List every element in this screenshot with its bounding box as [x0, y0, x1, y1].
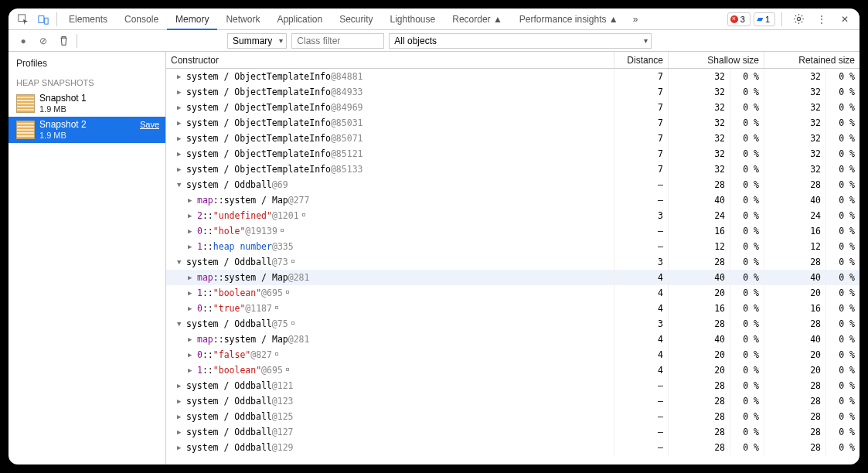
col-constructor[interactable]: Constructor: [166, 52, 614, 68]
table-row[interactable]: ▶system / ObjectTemplateInfo @85071 7 32…: [166, 131, 859, 146]
inspect-element-icon[interactable]: [13, 9, 33, 30]
expand-toggle-icon[interactable]: ▶: [177, 428, 185, 436]
object-link-icon: [275, 306, 278, 309]
cell-retained-pct: 0 %: [825, 162, 859, 177]
table-row[interactable]: ▶0 :: "true" @1187 4 16 0 % 16 0 %: [166, 301, 859, 316]
table-row[interactable]: ▶0 :: "hole" @19139 – 16 0 % 16 0 %: [166, 223, 859, 239]
table-row[interactable]: ▶map :: system / Map @281 4 40 0 % 40 0 …: [166, 332, 859, 347]
error-count-badge[interactable]: 3: [727, 12, 751, 26]
table-row[interactable]: ▶system / ObjectTemplateInfo @84933 7 32…: [166, 84, 859, 100]
expand-toggle-icon[interactable]: ▶: [188, 335, 196, 343]
col-shallow-size[interactable]: Shallow size: [668, 52, 764, 68]
message-count-badge[interactable]: ▰1: [754, 12, 775, 26]
cell-constructor: ▼system / Oddball @73: [166, 254, 614, 270]
snapshot-item[interactable]: Snapshot 2 1.9 MB Save: [9, 117, 165, 143]
expand-toggle-icon[interactable]: ▼: [177, 258, 185, 266]
tab-lighthouse[interactable]: Lighthouse: [382, 9, 444, 30]
tab-application[interactable]: Application: [268, 9, 331, 30]
table-row[interactable]: ▶1 :: heap number @335 – 12 0 % 12 0 %: [166, 239, 859, 254]
table-row[interactable]: ▶system / ObjectTemplateInfo @85133 7 32…: [166, 162, 859, 177]
expand-toggle-icon[interactable]: ▶: [188, 351, 196, 359]
tab-performance-insights-[interactable]: Performance insights ▲: [511, 9, 627, 30]
expand-toggle-icon[interactable]: ▶: [177, 444, 185, 451]
tab-elements[interactable]: Elements: [60, 9, 116, 30]
tab-console[interactable]: Console: [116, 9, 167, 30]
tab-recorder-[interactable]: Recorder ▲: [444, 9, 511, 30]
class-filter-input[interactable]: [291, 33, 384, 49]
cell-retained-size: 32: [764, 146, 825, 162]
filter-scope-select[interactable]: All objects: [389, 33, 652, 49]
expand-toggle-icon[interactable]: ▶: [188, 274, 196, 281]
table-row[interactable]: ▶system / Oddball @123 – 28 0 % 28 0 %: [166, 393, 859, 409]
expand-toggle-icon[interactable]: ▶: [188, 212, 196, 219]
expand-toggle-icon[interactable]: ▶: [177, 73, 185, 80]
cell-shallow-size: 28: [668, 409, 730, 424]
table-row[interactable]: ▶system / ObjectTemplateInfo @84881 7 32…: [166, 69, 859, 84]
table-row[interactable]: ▶system / ObjectTemplateInfo @85031 7 32…: [166, 115, 859, 131]
table-row[interactable]: ▶0 :: "false" @827 4 20 0 % 20 0 %: [166, 347, 859, 362]
expand-toggle-icon[interactable]: ▶: [177, 165, 185, 173]
record-icon[interactable]: ●: [13, 30, 33, 52]
tab-security[interactable]: Security: [331, 9, 381, 30]
table-row[interactable]: ▶system / Oddball @125 – 28 0 % 28 0 %: [166, 409, 859, 424]
settings-gear-icon[interactable]: [788, 9, 808, 30]
col-retained-size[interactable]: Retained size: [764, 52, 859, 68]
tab-memory[interactable]: Memory: [167, 9, 217, 30]
expand-toggle-icon[interactable]: ▶: [188, 243, 196, 250]
expand-toggle-icon[interactable]: ▼: [177, 320, 185, 328]
expand-toggle-icon[interactable]: ▶: [188, 196, 196, 204]
expand-toggle-icon[interactable]: ▶: [177, 134, 185, 142]
table-row[interactable]: ▶map :: system / Map @281 4 40 0 % 40 0 …: [166, 270, 859, 285]
cell-shallow-size: 32: [668, 115, 730, 131]
table-row[interactable]: ▶1 :: "boolean" @695 4 20 0 % 20 0 %: [166, 362, 859, 378]
expand-toggle-icon[interactable]: ▼: [177, 181, 185, 189]
cell-distance: 4: [614, 332, 668, 347]
expand-toggle-icon[interactable]: ▶: [177, 150, 185, 158]
table-row[interactable]: ▶system / Oddball @121 – 28 0 % 28 0 %: [166, 378, 859, 393]
cell-constructor: ▶system / Oddball @123: [166, 393, 614, 409]
view-perspective-select[interactable]: Summary: [227, 33, 287, 49]
cell-shallow-size: 20: [668, 285, 730, 301]
cell-shallow-pct: 0 %: [730, 424, 764, 440]
cell-constructor: ▶system / ObjectTemplateInfo @85031: [166, 115, 614, 131]
device-toolbar-icon[interactable]: [33, 9, 53, 30]
devtools-tabstrip: ElementsConsoleMemoryNetworkApplicationS…: [9, 9, 859, 30]
cell-retained-pct: 0 %: [825, 362, 859, 378]
table-row[interactable]: ▶map :: system / Map @277 – 40 0 % 40 0 …: [166, 192, 859, 208]
expand-toggle-icon[interactable]: ▶: [177, 119, 185, 127]
snapshot-item[interactable]: Snapshot 1 1.9 MB: [9, 90, 165, 117]
cell-shallow-size: 20: [668, 347, 730, 362]
table-row[interactable]: ▶system / ObjectTemplateInfo @84969 7 32…: [166, 100, 859, 115]
expand-toggle-icon[interactable]: ▶: [188, 289, 196, 297]
table-row[interactable]: ▶1 :: "boolean" @695 4 20 0 % 20 0 %: [166, 285, 859, 301]
cell-distance: 4: [614, 347, 668, 362]
expand-toggle-icon[interactable]: ▶: [188, 227, 196, 235]
clear-icon[interactable]: ⊘: [33, 30, 53, 52]
cell-retained-pct: 0 %: [825, 146, 859, 162]
expand-toggle-icon[interactable]: ▶: [177, 88, 185, 96]
expand-toggle-icon[interactable]: ▶: [177, 104, 185, 111]
more-tabs-chevron-icon[interactable]: »: [627, 14, 645, 25]
cell-distance: –: [614, 393, 668, 409]
expand-toggle-icon[interactable]: ▶: [177, 397, 185, 405]
table-row[interactable]: ▼system / Oddball @69 – 28 0 % 28 0 %: [166, 177, 859, 192]
delete-icon[interactable]: [53, 30, 73, 52]
table-row[interactable]: ▼system / Oddball @73 3 28 0 % 28 0 %: [166, 254, 859, 270]
kebab-menu-icon[interactable]: ⋮: [812, 9, 832, 30]
expand-toggle-icon[interactable]: ▶: [188, 305, 196, 312]
col-distance[interactable]: Distance: [614, 52, 668, 68]
cell-constructor: ▶1 :: "boolean" @695: [166, 285, 614, 301]
cell-shallow-size: 28: [668, 316, 730, 332]
tab-network[interactable]: Network: [217, 9, 268, 30]
table-row[interactable]: ▶system / ObjectTemplateInfo @85121 7 32…: [166, 146, 859, 162]
save-link[interactable]: Save: [140, 120, 159, 129]
table-row[interactable]: ▶system / Oddball @127 – 28 0 % 28 0 %: [166, 424, 859, 440]
table-row[interactable]: ▼system / Oddball @75 3 28 0 % 28 0 %: [166, 316, 859, 332]
expand-toggle-icon[interactable]: ▶: [177, 382, 185, 390]
table-row[interactable]: ▶2 :: "undefined" @1201 3 24 0 % 24 0 %: [166, 208, 859, 223]
expand-toggle-icon[interactable]: ▶: [177, 413, 185, 420]
expand-toggle-icon[interactable]: ▶: [188, 366, 196, 374]
table-row[interactable]: ▶system / Oddball @129 – 28 0 % 28 0 %: [166, 440, 859, 455]
cell-constructor: ▶system / ObjectTemplateInfo @85121: [166, 146, 614, 162]
close-icon[interactable]: ✕: [835, 9, 855, 30]
